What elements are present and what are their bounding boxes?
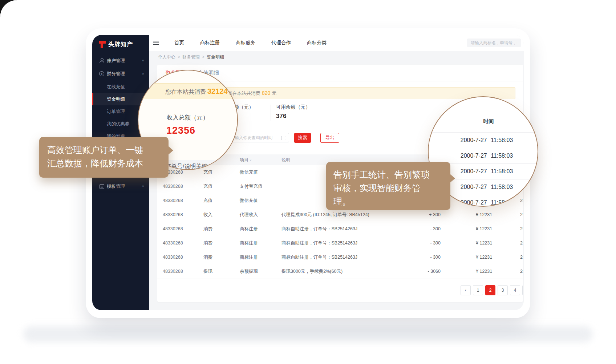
lens-row-divider <box>429 132 538 133</box>
breadcrumb-part[interactable]: 财务管理 <box>182 54 200 60</box>
cell-time: 2000-7-27 11:58:03 <box>520 236 523 250</box>
notice-suffix: 元 <box>272 90 276 96</box>
pagination-page-1[interactable]: 1 <box>473 285 483 295</box>
cell-order-no: 48330268 <box>163 250 183 264</box>
cell-order-no: 48330268 <box>163 179 183 194</box>
lens-notice-label: 您在本站共消费 <box>165 89 206 95</box>
cell-balance: ¥ 12231 <box>476 222 492 236</box>
export-button[interactable]: 导出 <box>320 133 339 143</box>
pagination-page-5[interactable]: 5 <box>522 285 523 295</box>
sidebar-item-label: 资金明细 <box>107 96 125 102</box>
nav-item-trademark-category[interactable]: 商标分类 <box>307 40 327 46</box>
callout-left: 高效管理账户订单、一键 汇总数据，降低财务成本 <box>39 137 169 178</box>
sidebar-item-finance[interactable]: ¥ 财务管理 ∧ <box>92 68 149 80</box>
cell-time: 2000-7-27 11:58:03 <box>520 194 523 208</box>
pagination-page-4[interactable]: 4 <box>510 285 520 295</box>
lens-time-header: 时间 <box>449 118 528 125</box>
cell-project: 商标注册 <box>240 250 258 264</box>
cell-description: 商标自助注册，订单号：SB2514263J <box>281 250 357 264</box>
stats-divider <box>271 105 271 121</box>
cell-type: 消费 <box>203 250 212 264</box>
chevron-up-icon: ∧ <box>142 72 144 75</box>
date-filter-field <box>227 133 289 142</box>
cell-balance: ¥ 12231 <box>476 208 492 222</box>
lens-time-row: 2000-7-27 11:58:03 <box>443 168 530 175</box>
cell-balance: ¥ 12231 <box>476 264 492 279</box>
pagination-page-3[interactable]: 3 <box>498 285 508 295</box>
cell-balance: ¥ 12231 <box>476 236 492 250</box>
table-row: 48330268 消费 商标注册 商标自助注册，订单号：SB2514263J -… <box>157 236 523 251</box>
sidebar-item-account[interactable]: 账户管理 ∨ <box>92 54 149 67</box>
balance-label: 可用余额（元） <box>276 104 311 110</box>
cell-time: 2000-7-27 11:58:03 <box>520 222 523 236</box>
cell-project: 商标注册 <box>240 236 258 250</box>
lens-notice-bar: 您在本站共消费32124元 <box>138 83 238 99</box>
sidebar-item-templates[interactable]: 模板管理 ∨ <box>92 180 149 193</box>
cell-type: 充值 <box>203 194 212 208</box>
cell-type: 充值 <box>203 179 212 194</box>
pagination-page-2-active[interactable]: 2 <box>485 285 495 295</box>
breadcrumb-part[interactable]: 个人中心 <box>158 54 175 60</box>
header-project-label: 项目 <box>240 157 248 162</box>
balance-value: 376 <box>276 113 286 120</box>
cell-time: 2000-7-27 11:58:03 <box>520 264 523 279</box>
cell-time: 2000-7-27 11:58:03 <box>520 250 523 264</box>
cell-type: 消费 <box>203 236 212 250</box>
callout-right: 告别手工统计、告别繁琐 审核，实现智能财务管 理。 <box>326 162 450 210</box>
sidebar-item-online-recharge[interactable]: 在线充值 <box>92 81 149 93</box>
lens-time-row: 2000-7-27 11:58:03 <box>443 137 530 143</box>
sort-icon: ∨ <box>250 159 252 162</box>
cell-time: 2000-7-27 11:58:03 <box>520 208 523 222</box>
table-row: 48330268 提现 余额提现 提现3000元，手续费2%(60元) - 30… <box>157 264 523 279</box>
calendar-icon[interactable] <box>281 136 286 140</box>
user-icon <box>99 58 104 63</box>
cell-amount: - 3060 <box>408 264 441 279</box>
chevron-down-icon: ∨ <box>142 185 144 188</box>
cell-amount: - 300 <box>408 236 441 250</box>
notice-label: 您在本站共消费 <box>227 90 260 96</box>
cell-project: 微信充值 <box>240 165 258 179</box>
header-description: 说明 <box>281 154 290 165</box>
search-button[interactable]: 搜索 <box>294 133 311 143</box>
nav-item-trademark-service[interactable]: 商标服务 <box>236 40 255 46</box>
cell-project: 代理收入 <box>240 208 258 222</box>
pagination-prev-button[interactable]: ‹ <box>461 285 471 295</box>
date-filter-input[interactable] <box>227 133 289 142</box>
lens-time-row: 2000-7-27 11:58:03 <box>443 184 530 190</box>
sidebar-item-label: 模板管理 <box>107 183 125 190</box>
hamburger-icon[interactable] <box>153 41 159 41</box>
nav-item-home[interactable]: 首页 <box>174 40 184 46</box>
brand-logo-text: 头牌知产 <box>108 41 133 48</box>
sidebar-item-label: 我的优惠券 <box>107 121 130 127</box>
template-icon <box>99 184 104 189</box>
cell-type: 提现 <box>203 264 212 279</box>
brand-logo[interactable]: 头牌知产 <box>99 41 133 48</box>
nav-item-agent-cooperation[interactable]: 代理合作 <box>271 40 291 46</box>
cell-project: 支付宝充值 <box>240 179 263 194</box>
trademark-search-input[interactable] <box>467 39 521 47</box>
cell-type: 收入 <box>203 208 212 222</box>
cell-type: 消费 <box>203 222 212 236</box>
sidebar-item-label: 订单管理 <box>107 109 125 115</box>
cell-project: 余额提现 <box>240 264 258 279</box>
lens-income-value: 12356 <box>166 125 195 136</box>
chevron-down-icon: ∨ <box>142 59 144 62</box>
lens-notice-amount: 32124 <box>207 87 228 95</box>
pagination: ‹ 1 2 3 4 5 <box>461 285 523 295</box>
cell-balance: ¥ 12231 <box>476 250 492 264</box>
cell-order-no: 48330268 <box>163 222 183 236</box>
breadcrumb: 个人中心>财务管理>资金明细 <box>158 54 224 60</box>
top-nav: 首页 商标注册 商标服务 代理合作 商标分类 <box>174 35 327 51</box>
sidebar-item-label: 账户管理 <box>107 58 125 64</box>
cell-order-no: 48330268 <box>163 208 183 222</box>
cell-amount: - 300 <box>408 250 441 264</box>
cell-description: 商标自助注册，订单号：SB2514263J <box>281 222 357 236</box>
cell-project: 商标注册 <box>240 222 258 236</box>
cell-order-no: 48330268 <box>163 194 183 208</box>
nav-item-trademark-register[interactable]: 商标注册 <box>200 40 220 46</box>
cell-amount: - 300 <box>408 222 441 236</box>
header-project[interactable]: 项目∨ <box>240 154 252 166</box>
cell-order-no: 48330268 <box>163 264 183 279</box>
breadcrumb-separator: > <box>202 54 204 60</box>
notice-amount: 820 <box>262 90 270 96</box>
